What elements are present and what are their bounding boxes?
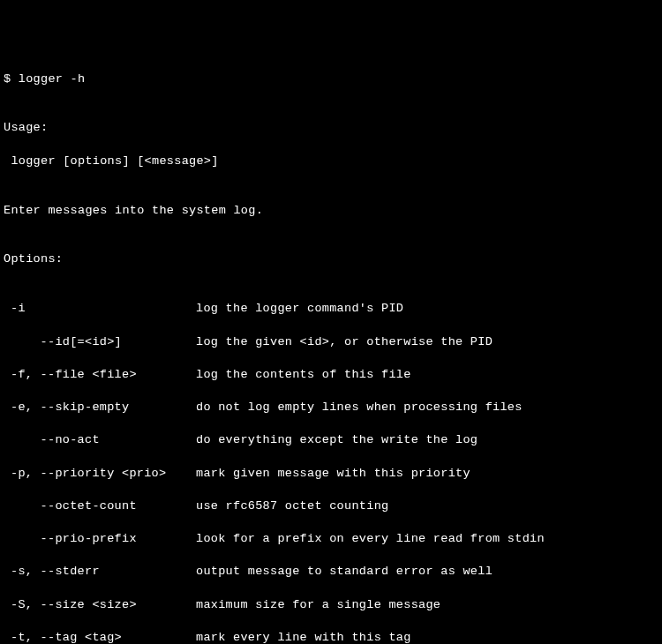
option-row: -f, --file <file>log the contents of thi… bbox=[4, 367, 658, 384]
option-row: -s, --stderroutput message to standard e… bbox=[4, 564, 658, 580]
option-flags: -p, --priority <prio> bbox=[4, 466, 196, 483]
option-flags: -e, --skip-empty bbox=[4, 400, 196, 416]
option-row: -ilog the logger command's PID bbox=[4, 301, 658, 318]
options-header: Options: bbox=[4, 251, 658, 268]
option-row: --no-actdo everything except the write t… bbox=[4, 432, 658, 449]
option-row: --prio-prefixlook for a prefix on every … bbox=[4, 531, 658, 548]
option-flags: --prio-prefix bbox=[4, 531, 196, 548]
command-prompt: $ logger -h bbox=[4, 71, 658, 88]
option-desc: output message to standard error as well bbox=[196, 564, 493, 580]
option-desc: do everything except the write the log bbox=[196, 432, 478, 449]
usage-header: Usage: bbox=[4, 120, 658, 137]
option-flags: -i bbox=[4, 301, 196, 318]
option-desc: maximum size for a single message bbox=[196, 597, 440, 614]
option-desc: mark every line with this tag bbox=[196, 630, 411, 644]
option-desc: do not log empty lines when processing f… bbox=[196, 400, 523, 416]
option-desc: use rfc6587 octet counting bbox=[196, 498, 388, 515]
usage-line: logger [options] [<message>] bbox=[4, 154, 658, 170]
option-flags: --octet-count bbox=[4, 498, 196, 515]
description: Enter messages into the system log. bbox=[4, 203, 658, 220]
option-desc: log the logger command's PID bbox=[196, 301, 403, 318]
option-row: -S, --size <size>maximum size for a sing… bbox=[4, 597, 658, 614]
option-desc: log the given <id>, or otherwise the PID bbox=[196, 334, 493, 351]
option-row: --octet-countuse rfc6587 octet counting bbox=[4, 498, 658, 515]
option-desc: mark given message with this priority bbox=[196, 466, 470, 483]
option-row: -p, --priority <prio>mark given message … bbox=[4, 466, 658, 483]
option-flags: -t, --tag <tag> bbox=[4, 630, 196, 644]
option-desc: log the contents of this file bbox=[196, 367, 411, 384]
option-flags: -f, --file <file> bbox=[4, 367, 196, 384]
option-desc: look for a prefix on every line read fro… bbox=[196, 531, 545, 548]
option-flags: --no-act bbox=[4, 432, 196, 449]
option-flags: -S, --size <size> bbox=[4, 597, 196, 614]
option-flags: -s, --stderr bbox=[4, 564, 196, 580]
option-flags: --id[=<id>] bbox=[4, 334, 196, 351]
option-row: -t, --tag <tag>mark every line with this… bbox=[4, 630, 658, 644]
option-row: --id[=<id>]log the given <id>, or otherw… bbox=[4, 334, 658, 351]
option-row: -e, --skip-emptydo not log empty lines w… bbox=[4, 400, 658, 416]
